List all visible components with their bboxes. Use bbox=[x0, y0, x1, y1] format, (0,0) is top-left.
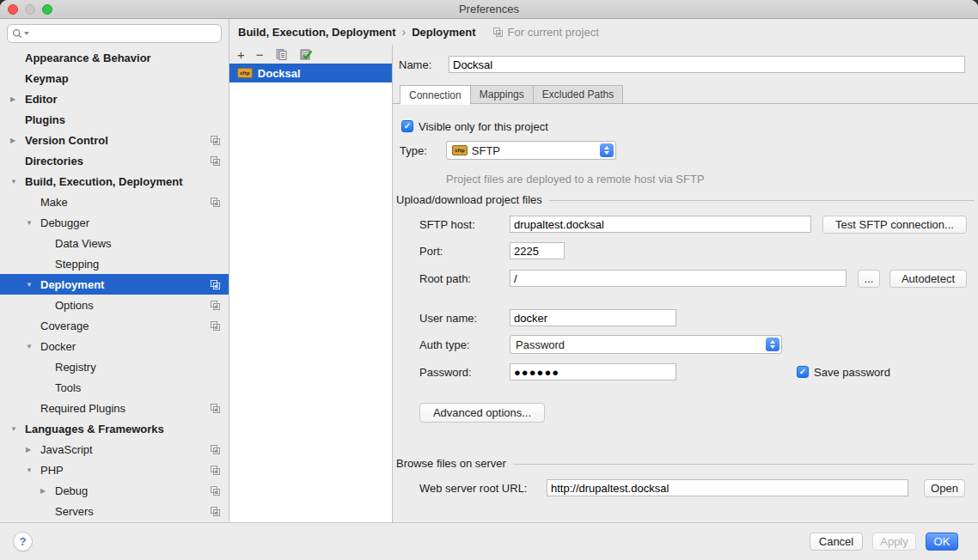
sidebar-item-stepping[interactable]: Stepping bbox=[0, 253, 229, 274]
sidebar-item-coverage[interactable]: Coverage bbox=[0, 315, 229, 336]
sidebar-item-javascript[interactable]: ▶ JavaScript bbox=[0, 439, 229, 460]
tree-item-label: Data Views bbox=[55, 237, 112, 250]
tree-item-label: Debugger bbox=[40, 216, 89, 229]
sidebar-item-version-control[interactable]: ▶ Version Control bbox=[0, 130, 229, 150]
server-name: Docksal bbox=[258, 67, 301, 80]
use-as-default-button[interactable] bbox=[299, 48, 313, 61]
browse-root-path-button[interactable]: ... bbox=[858, 270, 880, 288]
for-current-project[interactable]: For current project bbox=[492, 26, 599, 39]
password-label: Password: bbox=[419, 366, 472, 379]
tree-arrow-icon: ▼ bbox=[10, 178, 25, 186]
settings-search-input[interactable] bbox=[33, 26, 217, 41]
web-root-input[interactable] bbox=[547, 479, 908, 496]
per-project-icon bbox=[210, 403, 221, 414]
port-label: Port: bbox=[419, 245, 443, 258]
select-stepper-icon bbox=[766, 338, 779, 351]
tree-item-label: Servers bbox=[55, 505, 94, 518]
server-row-docksal[interactable]: sftp Docksal bbox=[229, 64, 392, 82]
per-project-icon bbox=[210, 155, 221, 167]
tree-item-label: Required Plugins bbox=[40, 402, 125, 415]
sidebar-item-data-views[interactable]: Data Views bbox=[0, 233, 229, 253]
user-name-input[interactable] bbox=[510, 309, 676, 326]
name-label: Name: bbox=[399, 58, 431, 71]
tree-item-label: Directories bbox=[25, 155, 83, 167]
per-project-icon bbox=[210, 320, 221, 332]
sidebar-item-make[interactable]: Make bbox=[0, 192, 229, 212]
name-input[interactable] bbox=[449, 56, 965, 73]
sidebar-item-languages-frameworks[interactable]: ▼ Languages & Frameworks bbox=[0, 418, 229, 439]
save-password-checkbox[interactable]: ✓ bbox=[797, 366, 809, 378]
tree-item-label: Deployment bbox=[40, 278, 104, 291]
type-value: SFTP bbox=[472, 144, 500, 157]
sidebar-item-required-plugins[interactable]: Required Plugins bbox=[0, 398, 229, 418]
titlebar: Preferences bbox=[0, 0, 978, 19]
type-select[interactable]: sftp SFTP bbox=[446, 141, 616, 160]
sftp-host-input[interactable] bbox=[510, 216, 811, 233]
per-project-icon bbox=[210, 485, 221, 496]
add-server-button[interactable]: + bbox=[237, 48, 245, 61]
tree-item-label: Coverage bbox=[40, 320, 89, 332]
sidebar-item-directories[interactable]: Directories bbox=[0, 150, 229, 171]
sidebar-item-debugger[interactable]: ▼ Debugger bbox=[0, 212, 229, 233]
settings-search-box[interactable] bbox=[7, 24, 222, 43]
window-title: Preferences bbox=[0, 3, 978, 15]
tree-item-label: Build, Execution, Deployment bbox=[25, 175, 182, 188]
sftp-host-label: SFTP host: bbox=[419, 218, 475, 231]
visible-only-checkbox[interactable]: ✓ bbox=[401, 120, 413, 132]
tree-arrow-icon: ▼ bbox=[26, 281, 40, 289]
search-options-chevron-icon[interactable] bbox=[24, 32, 29, 35]
visible-only-label: Visible only for this project bbox=[419, 120, 548, 133]
tab-connection[interactable]: Connection bbox=[400, 85, 471, 105]
group-divider bbox=[513, 464, 975, 465]
sidebar-item-keymap[interactable]: Keymap bbox=[0, 68, 229, 88]
breadcrumb-parent[interactable]: Build, Execution, Deployment bbox=[238, 26, 395, 39]
apply-button[interactable]: Apply bbox=[872, 533, 916, 551]
auth-type-value: Password bbox=[516, 338, 565, 351]
auth-type-select[interactable]: Password bbox=[510, 335, 782, 354]
tab-excluded-paths[interactable]: Excluded Paths bbox=[533, 85, 623, 104]
server-list-panel: + − bbox=[229, 45, 393, 522]
user-name-label: User name: bbox=[419, 312, 477, 325]
sidebar-item-docker[interactable]: ▼ Docker bbox=[0, 336, 229, 356]
cancel-button[interactable]: Cancel bbox=[810, 533, 863, 551]
tree-arrow-icon: ▶ bbox=[10, 95, 25, 103]
root-path-input[interactable] bbox=[510, 270, 847, 287]
sidebar-item-registry[interactable]: Registry bbox=[0, 356, 229, 377]
tree-item-label: Tools bbox=[55, 381, 81, 394]
preferences-window: Preferences Appearance & Behavior bbox=[0, 0, 978, 560]
upload-group-label: Upload/download project files bbox=[396, 193, 542, 206]
tree-item-label: Docker bbox=[40, 340, 76, 353]
group-divider bbox=[549, 200, 975, 201]
sidebar-item-plugins[interactable]: Plugins bbox=[0, 109, 229, 130]
copy-server-button[interactable] bbox=[275, 48, 288, 61]
sidebar-item-servers[interactable]: Servers bbox=[0, 501, 229, 521]
server-toolbar: + − bbox=[229, 45, 392, 64]
autodetect-button[interactable]: Autodetect bbox=[889, 270, 967, 288]
browse-group-label: Browse files on server bbox=[396, 457, 506, 470]
remove-server-button[interactable]: − bbox=[256, 48, 264, 61]
help-button[interactable]: ? bbox=[13, 532, 33, 551]
sidebar-item-appearance-behavior[interactable]: Appearance & Behavior bbox=[0, 47, 229, 68]
breadcrumb: Build, Execution, Deployment › Deploymen… bbox=[229, 19, 978, 45]
tree-item-label: Keymap bbox=[25, 72, 69, 85]
root-path-label: Root path: bbox=[419, 272, 471, 285]
tab-mappings[interactable]: Mappings bbox=[470, 85, 534, 104]
per-project-icon bbox=[210, 279, 221, 290]
sidebar-item-options[interactable]: Options bbox=[0, 295, 229, 315]
sidebar-item-php[interactable]: ▼ PHP bbox=[0, 460, 229, 480]
sidebar-item-tools[interactable]: Tools bbox=[0, 377, 229, 398]
sidebar-item-build-execution-deployment[interactable]: ▼ Build, Execution, Deployment bbox=[0, 171, 229, 192]
tree-item-label: Appearance & Behavior bbox=[25, 52, 151, 64]
tree-item-label: Languages & Frameworks bbox=[25, 423, 164, 435]
sidebar-item-debug[interactable]: ▶ Debug bbox=[0, 480, 229, 501]
sidebar-item-deployment[interactable]: ▼ Deployment bbox=[0, 274, 229, 295]
check-icon: ✓ bbox=[799, 368, 806, 376]
open-button[interactable]: Open bbox=[924, 479, 965, 497]
tab-strip: Connection Mappings Excluded Paths bbox=[400, 85, 623, 105]
ok-button[interactable]: OK bbox=[926, 533, 958, 551]
port-input[interactable] bbox=[510, 242, 565, 259]
advanced-options-button[interactable]: Advanced options... bbox=[419, 403, 545, 423]
password-input[interactable] bbox=[510, 363, 676, 380]
sidebar-item-editor[interactable]: ▶ Editor bbox=[0, 88, 229, 109]
test-sftp-connection-button[interactable]: Test SFTP connection... bbox=[822, 216, 967, 234]
